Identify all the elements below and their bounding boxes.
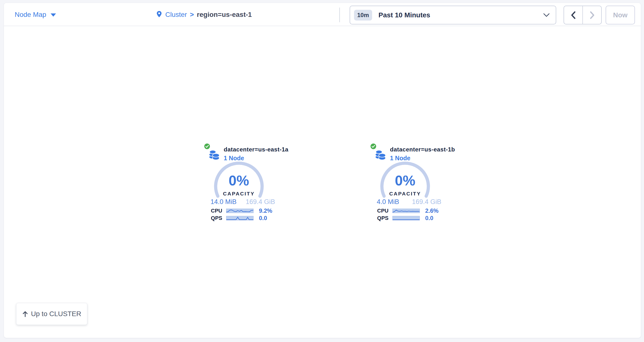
cpu-metric-row: CPU 2.6% (368, 208, 442, 213)
view-selector-dropdown[interactable]: Node Map (15, 3, 56, 26)
capacity-total: 169.4 GiB (246, 198, 275, 206)
cpu-metric-row: CPU 9.2% (202, 208, 276, 213)
qps-label: QPS (368, 215, 388, 221)
capacity-used: 14.0 MiB (210, 198, 237, 206)
qps-sparkline (392, 216, 420, 220)
cpu-value: 9.2% (259, 207, 272, 214)
chevron-down-icon (543, 13, 550, 17)
capacity-total: 169.4 GiB (412, 198, 441, 206)
cpu-sparkline (226, 209, 254, 213)
capacity-label: CAPACITY (202, 191, 276, 197)
database-stack-icon (208, 148, 220, 161)
capacity-percent: 0% (368, 172, 442, 189)
time-prev-button[interactable] (564, 6, 583, 24)
breadcrumb: Cluster > region=us-east-1 (156, 3, 252, 26)
datacenter-title: datacenter=us-east-1b (390, 146, 455, 153)
chevron-left-icon (570, 11, 576, 19)
header-divider (339, 7, 340, 22)
breadcrumb-current: region=us-east-1 (197, 11, 252, 18)
breadcrumb-separator: > (190, 11, 194, 18)
cpu-label: CPU (368, 208, 388, 214)
time-range-label: Past 10 Minutes (378, 11, 430, 19)
datacenter-card-us-east-1b[interactable]: datacenter=us-east-1b 1 Node 0% CAPACITY… (368, 143, 442, 225)
qps-label: QPS (202, 215, 222, 221)
cpu-sparkline (392, 209, 420, 213)
capacity-range: 14.0 MiB 169.4 GiB (210, 198, 275, 206)
breadcrumb-cluster-link[interactable]: Cluster (165, 11, 187, 18)
qps-sparkline (226, 216, 254, 220)
arrow-up-icon (22, 311, 28, 317)
main-panel: Node Map Cluster > region=us-east-1 10m … (4, 3, 641, 338)
time-nav-arrows (564, 5, 602, 24)
datacenter-title: datacenter=us-east-1a (224, 146, 288, 153)
capacity-range: 4.0 MiB 169.4 GiB (377, 198, 441, 206)
node-map-canvas[interactable]: datacenter=us-east-1a 1 Node 0% CAPACITY… (4, 27, 641, 338)
capacity-percent: 0% (202, 172, 276, 189)
caret-down-icon (50, 13, 56, 16)
capacity-label: CAPACITY (368, 191, 442, 197)
chevron-right-icon (589, 11, 595, 19)
cpu-value: 2.6% (425, 207, 438, 214)
qps-metric-row: QPS 0.0 (368, 216, 442, 221)
map-pin-icon (156, 11, 162, 18)
time-range-dropdown[interactable]: 10m Past 10 Minutes (350, 5, 556, 24)
time-range-badge: 10m (354, 10, 372, 20)
cpu-label: CPU (202, 208, 222, 214)
qps-value: 0.0 (259, 215, 267, 222)
now-button[interactable]: Now (606, 5, 635, 24)
view-selector-label: Node Map (15, 11, 46, 18)
up-to-cluster-label: Up to CLUSTER (31, 310, 81, 318)
header-bar: Node Map Cluster > region=us-east-1 10m … (4, 3, 641, 26)
time-next-button[interactable] (583, 6, 601, 24)
up-to-cluster-button[interactable]: Up to CLUSTER (16, 303, 87, 325)
qps-value: 0.0 (425, 215, 433, 222)
qps-metric-row: QPS 0.0 (202, 216, 276, 221)
datacenter-card-us-east-1a[interactable]: datacenter=us-east-1a 1 Node 0% CAPACITY… (202, 143, 276, 225)
database-stack-icon (375, 148, 386, 161)
capacity-used: 4.0 MiB (377, 198, 399, 206)
